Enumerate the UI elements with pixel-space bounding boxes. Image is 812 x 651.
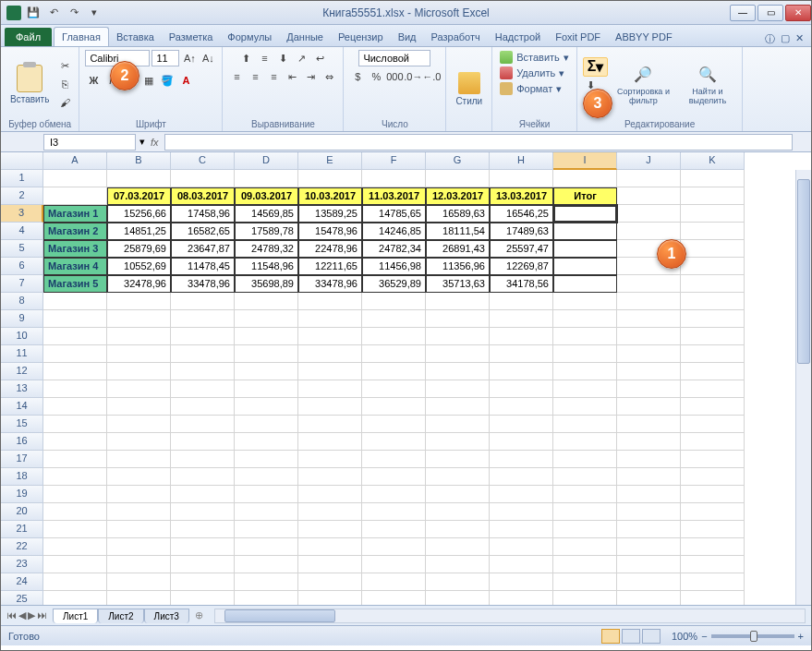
cell-E24[interactable] xyxy=(298,573,362,591)
cell-I19[interactable] xyxy=(553,486,617,503)
cell-F18[interactable] xyxy=(362,468,426,486)
align-center-button[interactable]: ≡ xyxy=(247,68,263,85)
cell-G2[interactable]: 12.03.2017 xyxy=(426,187,490,205)
cell-G3[interactable]: 16589,63 xyxy=(426,205,490,223)
cell-F4[interactable]: 14246,85 xyxy=(362,223,426,240)
cell-C10[interactable] xyxy=(171,328,235,345)
cell-K10[interactable] xyxy=(681,328,745,345)
column-header-C[interactable]: C xyxy=(171,152,235,170)
sheet-tab-2[interactable]: Лист2 xyxy=(98,609,143,623)
cell-H24[interactable] xyxy=(490,573,553,591)
cell-B10[interactable] xyxy=(107,328,171,345)
cell-F20[interactable] xyxy=(362,503,426,521)
cell-I24[interactable] xyxy=(553,573,617,591)
cell-J12[interactable] xyxy=(617,363,681,380)
zoom-slider[interactable] xyxy=(711,634,794,638)
fill-color-button[interactable]: 🪣 xyxy=(159,72,176,89)
cell-F10[interactable] xyxy=(362,328,426,345)
cell-G19[interactable] xyxy=(426,486,490,503)
cell-A4[interactable]: Магазин 2 xyxy=(43,223,107,240)
cell-K24[interactable] xyxy=(681,573,745,591)
cell-H12[interactable] xyxy=(490,363,553,380)
cell-G4[interactable]: 18111,54 xyxy=(426,223,490,240)
cell-K14[interactable] xyxy=(681,398,745,416)
column-header-J[interactable]: J xyxy=(617,152,681,170)
cell-G15[interactable] xyxy=(426,416,490,433)
view-page-break-button[interactable] xyxy=(642,629,661,644)
cell-J20[interactable] xyxy=(617,503,681,521)
column-header-G[interactable]: G xyxy=(426,152,490,170)
cell-K19[interactable] xyxy=(681,486,745,503)
cell-G16[interactable] xyxy=(426,433,490,451)
cell-A17[interactable] xyxy=(43,451,107,468)
cell-H6[interactable]: 12269,87 xyxy=(490,258,553,275)
tab-insert[interactable]: Вставка xyxy=(109,28,162,46)
cell-H1[interactable] xyxy=(490,170,553,187)
v-scroll-thumb[interactable] xyxy=(797,179,810,364)
cell-E3[interactable]: 13589,25 xyxy=(298,205,362,223)
cell-H15[interactable] xyxy=(490,416,553,433)
cell-A2[interactable] xyxy=(43,187,107,205)
cell-H20[interactable] xyxy=(490,503,553,521)
cell-I22[interactable] xyxy=(553,538,617,556)
cell-E22[interactable] xyxy=(298,538,362,556)
sheet-nav-first[interactable]: ⏮ xyxy=(6,609,17,621)
h-scroll-thumb[interactable] xyxy=(224,609,335,622)
cell-D16[interactable] xyxy=(235,433,298,451)
cell-D13[interactable] xyxy=(235,380,298,398)
cell-C6[interactable]: 11478,45 xyxy=(171,258,235,275)
cell-I10[interactable] xyxy=(553,328,617,345)
insert-cells-button[interactable]: Вставить▾ xyxy=(498,50,571,65)
column-header-F[interactable]: F xyxy=(362,152,426,170)
cell-E13[interactable] xyxy=(298,380,362,398)
cell-A19[interactable] xyxy=(43,486,107,503)
cell-F14[interactable] xyxy=(362,398,426,416)
row-header-5[interactable]: 5 xyxy=(1,240,43,258)
cell-B8[interactable] xyxy=(107,293,171,310)
cell-E5[interactable]: 22478,96 xyxy=(298,240,362,258)
cell-C20[interactable] xyxy=(171,503,235,521)
cell-E16[interactable] xyxy=(298,433,362,451)
cell-K13[interactable] xyxy=(681,380,745,398)
copy-button[interactable]: ⎘ xyxy=(56,76,73,92)
increase-indent-button[interactable]: ⇥ xyxy=(302,68,319,85)
currency-button[interactable]: $ xyxy=(349,68,366,85)
cell-H23[interactable] xyxy=(490,556,553,573)
sort-filter-button[interactable]: 🔎 Сортировка и фильтр xyxy=(612,61,674,107)
cell-H18[interactable] xyxy=(490,468,553,486)
cell-D7[interactable]: 35698,89 xyxy=(235,275,298,293)
cell-C25[interactable] xyxy=(171,591,235,605)
cell-D5[interactable]: 24789,32 xyxy=(235,240,298,258)
cell-D10[interactable] xyxy=(235,328,298,345)
cell-C9[interactable] xyxy=(171,310,235,328)
cell-C1[interactable] xyxy=(171,170,235,187)
cell-A1[interactable] xyxy=(43,170,107,187)
cell-F23[interactable] xyxy=(362,556,426,573)
cell-H8[interactable] xyxy=(490,293,553,310)
cell-E20[interactable] xyxy=(298,503,362,521)
cell-K7[interactable] xyxy=(681,275,745,293)
cell-B12[interactable] xyxy=(107,363,171,380)
cell-G13[interactable] xyxy=(426,380,490,398)
cell-I5[interactable] xyxy=(553,240,617,258)
cell-I20[interactable] xyxy=(553,503,617,521)
find-select-button[interactable]: 🔍 Найти и выделить xyxy=(678,61,736,107)
paste-button[interactable]: Вставить xyxy=(6,63,53,106)
cell-I12[interactable] xyxy=(553,363,617,380)
column-header-E[interactable]: E xyxy=(298,152,362,170)
cell-C15[interactable] xyxy=(171,416,235,433)
cell-C13[interactable] xyxy=(171,380,235,398)
cell-J7[interactable] xyxy=(617,275,681,293)
cell-F1[interactable] xyxy=(362,170,426,187)
cell-J22[interactable] xyxy=(617,538,681,556)
column-header-H[interactable]: H xyxy=(490,152,553,170)
cell-H17[interactable] xyxy=(490,451,553,468)
cell-B18[interactable] xyxy=(107,468,171,486)
cell-B2[interactable]: 07.03.2017 xyxy=(107,187,171,205)
font-size-combo[interactable]: 11 xyxy=(151,50,179,66)
cell-C17[interactable] xyxy=(171,451,235,468)
row-header-17[interactable]: 17 xyxy=(1,451,43,468)
cell-D24[interactable] xyxy=(235,573,298,591)
column-header-K[interactable]: K xyxy=(681,152,745,170)
new-sheet-button[interactable]: ⊕ xyxy=(189,609,209,621)
